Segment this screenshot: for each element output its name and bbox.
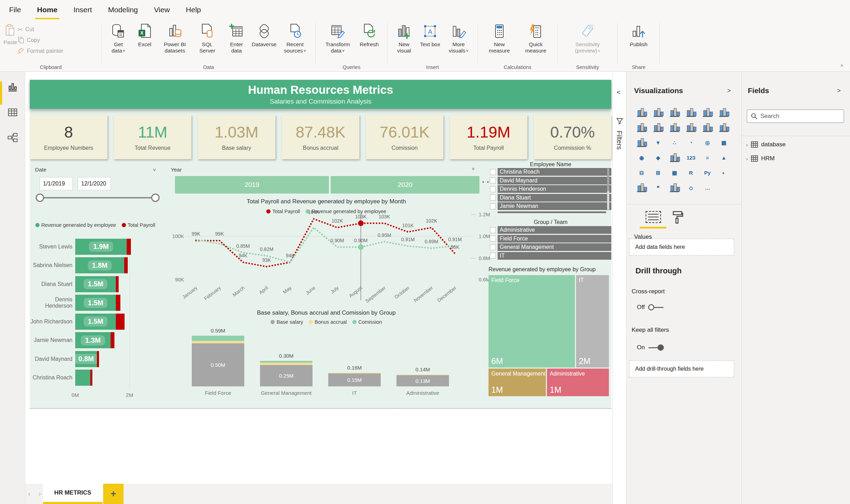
line-chart[interactable]	[633, 120, 650, 135]
kpi-card[interactable]: 76.01K Comission	[366, 115, 443, 159]
waterfall-chart[interactable]	[633, 135, 650, 150]
100-stacked-column-chart[interactable]	[716, 105, 732, 120]
kpi-card[interactable]: 11M Total Revenue	[114, 115, 191, 159]
kpi[interactable]: ▲	[716, 150, 732, 165]
base-salary-segment[interactable]: 0.50M	[192, 343, 244, 386]
clustered-column-chart[interactable]	[683, 105, 699, 120]
sensitivity-button[interactable]: Sensitivity (preview)˅	[569, 22, 606, 55]
treemap-tile-field-force[interactable]: Field Force 6M	[489, 275, 575, 368]
r-script-visual[interactable]: R	[683, 165, 699, 180]
slicer-item[interactable]: General Management	[490, 243, 611, 251]
text-box-button[interactable]: A Text box	[417, 22, 443, 48]
transform-data-button[interactable]: Transform data˅	[319, 22, 356, 55]
revenue-bar[interactable]: 1.9M	[75, 239, 127, 255]
checkbox[interactable]	[490, 253, 496, 259]
treemap-tile-general-management[interactable]: General Management 1M	[489, 369, 546, 396]
stacked-area-chart[interactable]	[666, 120, 683, 135]
paste-button[interactable]: Paste	[3, 23, 17, 46]
next-page-icon[interactable]: ›	[38, 489, 41, 498]
employee-bar-row[interactable]: Sabrina Nielsen 1.8M	[30, 256, 163, 275]
slicer-item[interactable]: Christina Roach	[490, 168, 611, 176]
payroll-bar[interactable]	[124, 257, 128, 273]
treemap[interactable]: ▦	[716, 135, 732, 150]
power-bi-datasets-button[interactable]: Power BI datasets	[158, 22, 192, 55]
scatter-chart[interactable]: ∴	[666, 135, 683, 150]
search-input[interactable]: Search	[747, 110, 844, 123]
add-data-fields-well[interactable]: Add data fields here	[629, 239, 734, 255]
toggle-off-icon[interactable]	[648, 304, 663, 310]
slicer-item[interactable]: IT	[490, 252, 611, 260]
payroll-bar[interactable]	[116, 295, 120, 311]
more-options[interactable]: …	[699, 180, 716, 195]
employee-bar-row[interactable]: Jamie Newman 1.3M	[30, 331, 163, 350]
table-row[interactable]: › database	[746, 141, 850, 148]
menu-home[interactable]: Home	[36, 4, 58, 15]
previous-page-icon[interactable]: ‹	[28, 489, 30, 498]
collapse-ribbon-icon[interactable]: ^	[841, 63, 843, 69]
payroll-bar[interactable]	[127, 239, 131, 255]
scrollbar[interactable]	[607, 168, 609, 210]
pie-chart[interactable]: ◔	[683, 135, 699, 150]
menu-file[interactable]: File	[8, 4, 22, 15]
menu-insert[interactable]: Insert	[73, 4, 93, 15]
payroll-bar[interactable]	[116, 276, 119, 292]
treemap-tile-it[interactable]: IT 2M	[576, 275, 609, 368]
slicer-item[interactable]: Diana Stuart	[490, 194, 611, 202]
map[interactable]: ◉	[633, 150, 650, 165]
get-data-button[interactable]: Get data˅	[105, 22, 132, 55]
checkbox[interactable]	[490, 195, 496, 201]
chevron-down-icon[interactable]: ˅	[153, 167, 156, 173]
page-tab-hr-metrics[interactable]: HR METRICS	[43, 484, 103, 504]
ribbon-chart[interactable]	[716, 120, 732, 135]
revenue-bar[interactable]	[75, 370, 90, 386]
format-painter-button[interactable]: Format painter	[17, 47, 63, 56]
data-view-icon[interactable]	[7, 107, 18, 118]
year-2019-button[interactable]: 2019	[175, 176, 329, 194]
checkbox[interactable]	[490, 186, 496, 192]
checkbox[interactable]	[490, 244, 496, 250]
checkbox[interactable]	[490, 169, 496, 175]
key-influencers[interactable]: ◐	[716, 165, 732, 180]
scrollbar-thumb[interactable]	[607, 168, 609, 191]
revenue-bar[interactable]: 1.5M	[75, 295, 116, 311]
kpi-card[interactable]: 1.19M Total Payroll	[450, 115, 527, 159]
line-and-stacked-column-chart[interactable]	[683, 120, 699, 135]
stacked-column[interactable]: 0.16M 0.15M IT	[328, 365, 381, 386]
employee-bar-row[interactable]: John Richardson 1.5M	[30, 312, 163, 331]
expand-chevron-icon[interactable]: ›	[746, 156, 748, 162]
qa-visual[interactable]: ❝	[650, 180, 666, 195]
report-view-icon[interactable]	[7, 82, 18, 93]
menu-view[interactable]: View	[153, 4, 170, 15]
toggle-on-icon[interactable]	[648, 344, 664, 351]
payroll-bar[interactable]	[97, 351, 99, 367]
employee-bar-row[interactable]: David Maynard 0.8M	[30, 350, 163, 369]
employee-bar-row[interactable]: Diana Stuart 1.5M	[30, 275, 163, 294]
date-start-input[interactable]: 1/1/2019	[40, 177, 73, 190]
slicer[interactable]: ⊟	[633, 165, 650, 180]
area-chart[interactable]	[650, 120, 666, 135]
payroll-bar[interactable]	[111, 332, 114, 348]
funnel-chart[interactable]: ▼	[650, 135, 666, 150]
stacked-bar-chart[interactable]	[633, 105, 650, 120]
collapse-panel-icon[interactable]: >	[837, 87, 841, 94]
python-visual[interactable]: Py	[699, 165, 716, 180]
date-end-input[interactable]: 12/1/2020	[78, 177, 111, 190]
sql-server-button[interactable]: SQL Server	[192, 22, 223, 55]
stacked-column[interactable]: 0.59M 0.50M Field Force	[192, 328, 244, 386]
revenue-bar[interactable]: 1.3M	[75, 332, 111, 348]
multi-row-card[interactable]: ≡	[699, 150, 716, 165]
base-salary-segment[interactable]: 0.25M	[260, 365, 312, 386]
treemap-tile-administrative[interactable]: Administrative 1M	[547, 369, 609, 396]
payroll-bar[interactable]	[116, 314, 125, 330]
matrix[interactable]: ▦	[666, 165, 683, 180]
new-measure-button[interactable]: New measure	[481, 22, 518, 55]
kpi-card[interactable]: 0.70% Commission %	[534, 115, 611, 159]
cross-report-toggle[interactable]: Off	[637, 304, 663, 311]
revenue-bar[interactable]: 1.5M	[75, 314, 116, 330]
checkbox[interactable]	[490, 177, 496, 183]
power-automate[interactable]: ◇	[683, 180, 699, 195]
chevron-down-icon[interactable]: ˅	[472, 166, 475, 172]
publish-button[interactable]: Publish	[626, 22, 652, 48]
gauge[interactable]	[666, 150, 683, 165]
checkbox[interactable]	[490, 203, 496, 209]
